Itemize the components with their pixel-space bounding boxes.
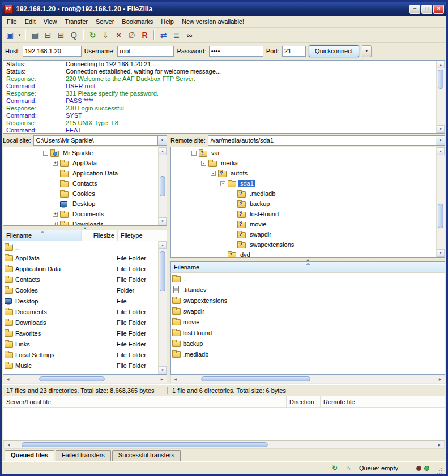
tree-expander[interactable]: + [53, 161, 58, 166]
local-file-row[interactable]: Contacts File Folder [5, 274, 157, 285]
local-file-row[interactable]: .. [5, 242, 157, 252]
local-file-row[interactable]: AppData File Folder [5, 252, 157, 263]
scroll-right-icon[interactable]: ▶ [437, 377, 443, 381]
directory-comparison-button[interactable]: ⇄ [157, 29, 170, 41]
find-files-button[interactable]: ∞ [183, 29, 196, 41]
scroll-left-icon[interactable]: ◀ [172, 377, 179, 381]
menu-item[interactable]: Bookmarks [118, 17, 157, 26]
scrollbar-track[interactable] [159, 249, 167, 366]
scrollbar-thumb[interactable] [160, 176, 165, 196]
scroll-up-icon[interactable]: ▲ [437, 147, 445, 155]
scroll-up-icon[interactable]: ▲ [437, 61, 445, 68]
remote-tree-item[interactable]: - sda1 [172, 178, 436, 188]
remote-tree-item[interactable]: lost+found [172, 209, 436, 219]
log-scrollbar[interactable]: ▲ ▼ [436, 61, 445, 133]
reconnect-button[interactable]: R [138, 29, 151, 41]
remote-tree-item[interactable]: movie [172, 219, 436, 229]
port-input[interactable] [282, 46, 306, 57]
local-path-combo[interactable]: C:\Users\Mr Sparkle\ ▼ [33, 135, 167, 146]
scroll-down-icon[interactable]: ▼ [437, 125, 445, 133]
tree-expander[interactable]: - [201, 161, 206, 166]
queue-tab[interactable]: Queued files [5, 450, 54, 461]
site-manager-button[interactable]: ▣ [3, 29, 16, 41]
remote-file-row[interactable]: backup [172, 338, 445, 349]
scrollbar-thumb[interactable] [22, 442, 268, 447]
queue-tab[interactable]: Successful transfers [112, 450, 181, 461]
maximize-button[interactable]: □ [421, 5, 432, 14]
local-tree-scrollbar[interactable]: ▲ ▼ [158, 147, 167, 225]
quickconnect-dropdown[interactable]: ▼ [362, 45, 372, 57]
toolbar-separator[interactable] [153, 30, 155, 40]
local-file-row[interactable]: Application Data File Folder [5, 263, 157, 274]
local-file-row[interactable]: Downloads File Folder [5, 317, 157, 328]
remote-file-row[interactable]: swapdir [172, 306, 445, 316]
remote-tree-item[interactable]: swapextensions [172, 239, 436, 250]
scroll-up-icon[interactable]: ▲ [159, 241, 167, 249]
toggle-local-tree-button[interactable]: ⊟ [41, 29, 54, 41]
local-file-row[interactable]: Local Settings File Folder [5, 349, 157, 360]
remote-pane-splitter[interactable]: ▲ [170, 258, 445, 261]
remote-tree-item[interactable]: dvd [172, 250, 436, 258]
remote-tree-item[interactable]: backup [172, 199, 436, 209]
menu-item[interactable]: New version available! [178, 17, 248, 26]
tree-expander[interactable]: + [53, 212, 58, 217]
menu-item[interactable]: Help [157, 17, 178, 26]
title-bar[interactable]: FZ 192.168.1.20 - root@192.168.1.20 - Fi… [2, 2, 446, 16]
host-input[interactable] [23, 46, 82, 57]
scrollbar-track[interactable] [437, 155, 445, 249]
toggle-message-log-button[interactable]: ▤ [28, 29, 41, 41]
menu-item[interactable]: View [40, 17, 61, 26]
scroll-up-icon[interactable]: ▲ [159, 147, 167, 155]
username-input[interactable] [117, 46, 174, 57]
scrollbar-thumb[interactable] [39, 376, 104, 381]
direction-column-header[interactable]: Direction [287, 396, 321, 407]
local-file-row[interactable]: Favorites File Folder [5, 328, 157, 338]
filesize-column-header[interactable]: Filesize [82, 230, 118, 241]
scroll-down-icon[interactable]: ▼ [159, 366, 167, 374]
synchronized-browsing-button[interactable]: ≣ [170, 29, 183, 41]
scrollbar-thumb[interactable] [438, 204, 443, 228]
toggle-queue-button[interactable]: Q [67, 29, 80, 41]
tree-expander[interactable]: - [43, 151, 48, 156]
scroll-left-icon[interactable]: ◀ [5, 377, 11, 381]
speed-limits-icon[interactable]: ↻ [330, 464, 340, 473]
toolbar-separator[interactable] [83, 30, 84, 40]
local-tree-item[interactable]: Cookies [5, 188, 157, 199]
process-queue-button[interactable]: ⇓ [99, 29, 112, 41]
remote-tree-item[interactable]: .mediadb [172, 188, 436, 199]
filetype-column-header[interactable]: Filetype [118, 230, 167, 241]
tree-expander[interactable]: - [220, 181, 225, 186]
remote-file-row[interactable]: movie [172, 316, 445, 327]
menu-item[interactable]: Server [92, 17, 118, 26]
queue-tab[interactable]: Failed transfers [56, 450, 111, 461]
toggle-remote-tree-button[interactable]: ⊞ [54, 29, 67, 41]
refresh-button[interactable]: ↻ [86, 29, 99, 41]
scroll-left-icon[interactable]: ◀ [5, 443, 12, 447]
filename-column-header[interactable]: Filename [3, 230, 82, 241]
menu-item[interactable]: Transfer [61, 17, 92, 26]
queue-hscrollbar[interactable]: ◀ ▶ [3, 440, 445, 449]
scroll-down-icon[interactable]: ▼ [437, 249, 445, 257]
remote-file-column-header[interactable]: Remote file [321, 396, 445, 407]
local-tree-item[interactable]: Desktop [5, 199, 157, 209]
local-file-row[interactable]: Desktop File [5, 295, 157, 306]
local-tree-item[interactable]: Application Data [5, 168, 157, 178]
remote-tree-item[interactable]: - var [172, 148, 436, 158]
menu-item[interactable]: Edit [21, 17, 40, 26]
minimize-button[interactable]: – [409, 5, 420, 14]
local-tree-item[interactable]: + AppData [5, 158, 157, 168]
remote-file-row[interactable]: lost+found [172, 327, 445, 338]
tree-expander[interactable]: - [211, 171, 216, 176]
local-list-hscrollbar[interactable]: ◀ ▶ [3, 375, 167, 383]
remote-file-row[interactable]: .titandev [172, 284, 445, 295]
chevron-down-icon[interactable]: ▼ [436, 136, 445, 145]
local-tree-item[interactable]: + Downloads [5, 219, 157, 226]
site-manager-dropdown[interactable]: ▾ [16, 29, 23, 41]
local-file-row[interactable]: Music File Folder [5, 360, 157, 371]
local-file-row[interactable]: Cookies Folder [5, 285, 157, 295]
remote-tree-item[interactable]: - autofs [172, 168, 436, 178]
scrollbar-track[interactable] [159, 155, 167, 217]
local-file-column-header[interactable]: Server/Local file [3, 396, 287, 407]
remote-list-hscrollbar[interactable]: ◀ ▶ [170, 375, 445, 383]
remote-tree-item[interactable]: - media [172, 158, 436, 168]
